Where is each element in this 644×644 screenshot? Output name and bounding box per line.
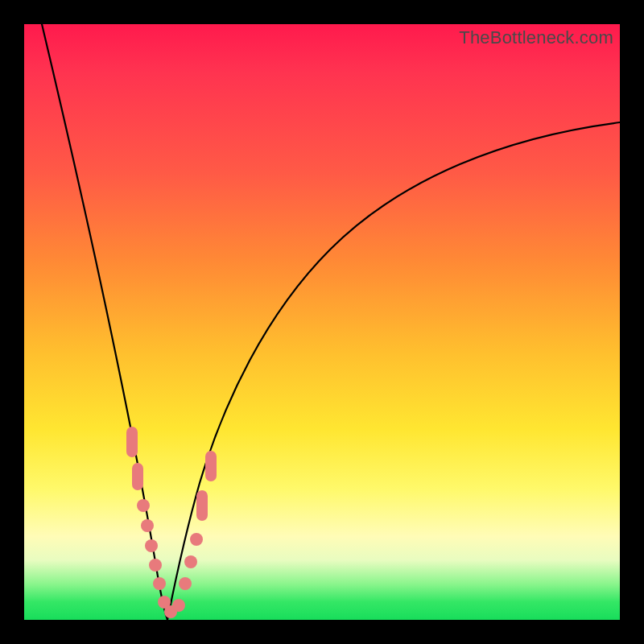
- marker-left-4: [141, 519, 154, 532]
- marker-group: [126, 427, 217, 618]
- marker-right-4: [196, 490, 208, 521]
- marker-left-1: [126, 427, 138, 457]
- marker-left-7: [153, 577, 166, 590]
- marker-right-1: [179, 577, 192, 590]
- watermark-text: TheBottleneck.com: [459, 27, 613, 48]
- plot-area: TheBottleneck.com: [24, 24, 620, 620]
- marker-trough-3: [172, 599, 185, 612]
- right-branch-curve: [167, 122, 620, 620]
- marker-right-2: [184, 555, 197, 568]
- marker-left-5: [145, 539, 158, 552]
- chart-frame: TheBottleneck.com: [0, 0, 644, 644]
- marker-right-3: [190, 533, 203, 546]
- curve-layer: [24, 24, 620, 620]
- marker-left-2: [132, 463, 143, 490]
- marker-left-3: [137, 499, 150, 512]
- marker-right-5: [205, 451, 217, 481]
- marker-left-6: [149, 559, 162, 572]
